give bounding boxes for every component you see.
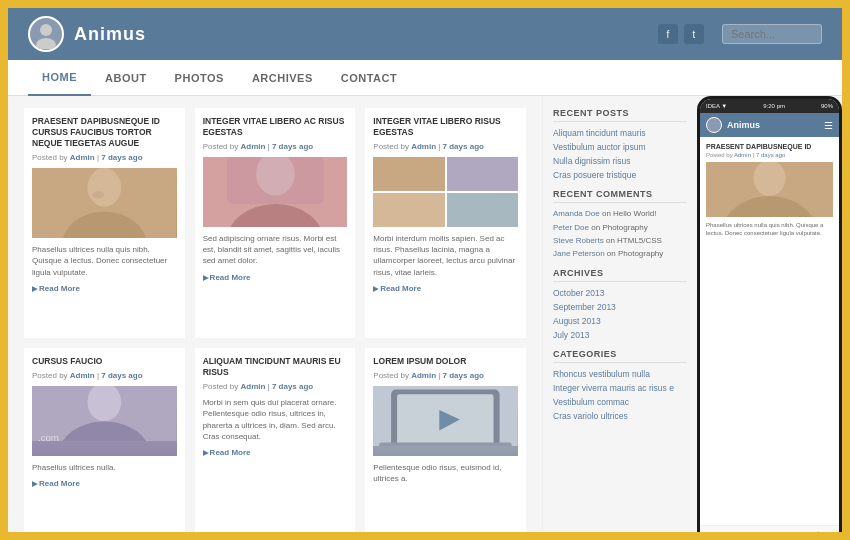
post-meta-6: Posted by Admin | 7 days ago xyxy=(373,371,518,380)
post-meta-1: Posted by Admin | 7 days ago xyxy=(32,153,177,162)
comment-3: Steve Roberts on HTML5/CSS xyxy=(553,236,687,246)
post-meta-2: Posted by Admin | 7 days ago xyxy=(203,142,348,151)
archive-3[interactable]: August 2013 xyxy=(553,316,687,327)
phone-home-icon[interactable]: ⌂ xyxy=(762,530,768,532)
phone-screen: IDEA ▼ 9:20 pm 90% Animus ☰ PRAESENT DAP… xyxy=(700,99,839,532)
phone-time: 9:20 pm xyxy=(763,103,785,109)
inner-frame: Animus f t HOME ABOUT PHOTOS ARCHIVES CO… xyxy=(8,8,842,532)
post-text-6: Pellentesque odio risus, euismod id, ult… xyxy=(373,462,518,484)
nav-contact[interactable]: CONTACT xyxy=(327,60,411,96)
archive-1[interactable]: October 2013 xyxy=(553,288,687,299)
post-card-4: CURSUS FAUCIO Posted by Admin | 7 days a… xyxy=(24,348,185,532)
post-card-5: ALIQUAM TINCIDUNT MAURIS EU RISUS Posted… xyxy=(195,348,356,532)
post-title-2: INTEGER VITAE LIBERO AC RISUS EGESTAS xyxy=(203,116,348,138)
nav-archives[interactable]: ARCHIVES xyxy=(238,60,327,96)
comment-4: Jane Peterson on Photography xyxy=(553,249,687,259)
category-3[interactable]: Vestibulum commac xyxy=(553,397,687,408)
phone-forward-icon[interactable]: › xyxy=(740,530,743,532)
phone-avatar xyxy=(706,117,722,133)
phone-site-title: Animus xyxy=(727,120,819,130)
site-nav: HOME ABOUT PHOTOS ARCHIVES CONTACT xyxy=(8,60,842,96)
post-title-6: LOREM IPSUM DOLOR xyxy=(373,356,518,367)
post-card-1: PRAESENT DAPIBUSNEQUE ID CURSUS FAUCIBUS… xyxy=(24,108,185,338)
read-more-1[interactable]: Read More xyxy=(32,284,177,293)
post-image-1 xyxy=(32,168,177,238)
phone-carrier: IDEA ▼ xyxy=(706,103,727,109)
main-content: PRAESENT DAPIBUSNEQUE ID CURSUS FAUCIBUS… xyxy=(8,96,842,532)
twitter-icon[interactable]: t xyxy=(684,24,704,44)
svg-text:.com: .com xyxy=(38,432,59,441)
nav-home[interactable]: HOME xyxy=(28,60,91,96)
category-2[interactable]: Integer viverra mauris ac risus e xyxy=(553,383,687,394)
post-meta-3: Posted by Admin | 7 days ago xyxy=(373,142,518,151)
post-text-1: Phasellus ultrices nulla quis nibh. Quis… xyxy=(32,244,177,278)
post-text-5: Morbi in sem quis dui placerat ornare. P… xyxy=(203,397,348,442)
recent-post-1[interactable]: Aliquam tincidunt mauris xyxy=(553,128,687,139)
post-image-4: .com xyxy=(32,386,177,456)
phone-mockup: IDEA ▼ 9:20 pm 90% Animus ☰ PRAESENT DAP… xyxy=(697,96,842,532)
social-icons: f t xyxy=(658,24,704,44)
header-right: f t xyxy=(658,24,822,44)
archive-2[interactable]: September 2013 xyxy=(553,302,687,313)
recent-post-4[interactable]: Cras posuere tristique xyxy=(553,170,687,181)
category-1[interactable]: Rhoncus vestibulum nulla xyxy=(553,369,687,380)
svg-rect-18 xyxy=(379,443,512,446)
post-text-3: Morbi interdum mollis sapien. Sed ac ris… xyxy=(373,233,518,278)
post-image-6 xyxy=(373,386,518,456)
categories-title: CATEGORIES xyxy=(553,349,687,363)
post-card-6: LOREM IPSUM DOLOR Posted by Admin | 7 da… xyxy=(365,348,526,532)
phone-bookmark-icon[interactable]: ⊟ xyxy=(787,530,795,532)
post-title-3: INTEGER VITAE LIBERO RISUS EGESTAS xyxy=(373,116,518,138)
category-4[interactable]: Cras variolo ultrices xyxy=(553,411,687,422)
read-more-3[interactable]: Read More xyxy=(373,284,518,293)
phone-post-meta: Posted by Admin | 7 days ago xyxy=(706,152,833,158)
site-title: Animus xyxy=(74,24,146,45)
phone-post-text: Phasellus ultrices nulla quis nibh. Quis… xyxy=(706,221,833,238)
phone-battery: 90% xyxy=(821,103,833,109)
post-image-2 xyxy=(203,157,348,227)
comment-1: Amanda Doe on Hello World! xyxy=(553,209,687,219)
recent-comments-title: RECENT COMMENTS xyxy=(553,189,687,203)
svg-rect-9 xyxy=(227,157,323,204)
phone-header: Animus ☰ xyxy=(700,113,839,137)
posts-area: PRAESENT DAPIBUSNEQUE ID CURSUS FAUCIBUS… xyxy=(8,96,542,532)
post-title-5: ALIQUAM TINCIDUNT MAURIS EU RISUS xyxy=(203,356,348,378)
recent-post-3[interactable]: Nulla dignissim risus xyxy=(553,156,687,167)
facebook-icon[interactable]: f xyxy=(658,24,678,44)
phone-status-bar: IDEA ▼ 9:20 pm 90% xyxy=(700,99,839,113)
phone-bottom-bar: ‹ › ⌂ ⊟ ⬆ xyxy=(700,525,839,532)
post-meta-5: Posted by Admin | 7 days ago xyxy=(203,382,348,391)
nav-about[interactable]: ABOUT xyxy=(91,60,161,96)
read-more-5[interactable]: Read More xyxy=(203,448,348,457)
phone-post-image xyxy=(706,162,833,217)
phone-menu-icon[interactable]: ☰ xyxy=(824,120,833,131)
phone-share-icon[interactable]: ⬆ xyxy=(814,530,822,532)
svg-point-3 xyxy=(87,168,121,207)
post-title-4: CURSUS FAUCIO xyxy=(32,356,177,367)
post-meta-4: Posted by Admin | 7 days ago xyxy=(32,371,177,380)
archives-title: ARCHIVES xyxy=(553,268,687,282)
svg-point-5 xyxy=(92,191,104,198)
svg-point-0 xyxy=(40,24,52,36)
comment-2: Peter Doe on Photography xyxy=(553,223,687,233)
recent-post-2[interactable]: Vestibulum auctor ipsum xyxy=(553,142,687,153)
search-input[interactable] xyxy=(722,24,822,44)
post-card-3: INTEGER VITAE LIBERO RISUS EGESTAS Poste… xyxy=(365,108,526,338)
post-image-3 xyxy=(373,157,518,227)
phone-content: PRAESENT DAPIBUSNEQUE ID Posted by Admin… xyxy=(700,137,839,244)
read-more-4[interactable]: Read More xyxy=(32,479,177,488)
site-header: Animus f t xyxy=(8,8,842,60)
site-logo-area: Animus xyxy=(28,16,658,52)
sidebar: RECENT POSTS Aliquam tincidunt mauris Ve… xyxy=(542,96,697,532)
phone-post-title: PRAESENT DAPIBUSNEQUE ID xyxy=(706,143,833,150)
recent-posts-title: RECENT POSTS xyxy=(553,108,687,122)
post-text-4: Phasellus ultrices nulla. xyxy=(32,462,177,473)
svg-point-1 xyxy=(36,38,56,49)
archive-4[interactable]: July 2013 xyxy=(553,330,687,341)
avatar xyxy=(28,16,64,52)
nav-photos[interactable]: PHOTOS xyxy=(161,60,238,96)
post-title-1: PRAESENT DAPIBUSNEQUE ID CURSUS FAUCIBUS… xyxy=(32,116,177,149)
read-more-2[interactable]: Read More xyxy=(203,273,348,282)
post-card-2: INTEGER VITAE LIBERO AC RISUS EGESTAS Po… xyxy=(195,108,356,338)
phone-back-icon[interactable]: ‹ xyxy=(717,530,720,532)
